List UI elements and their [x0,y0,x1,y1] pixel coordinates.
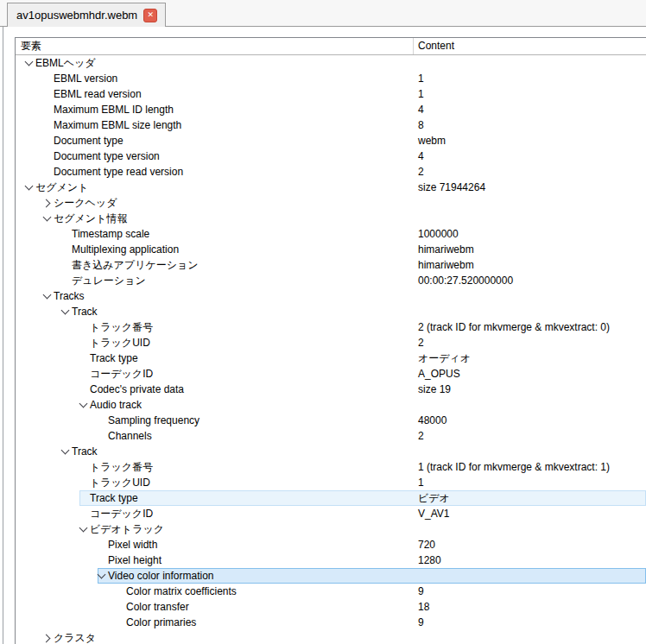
chevron-spacer [41,104,54,116]
content-cell: himariwebm [413,243,646,256]
tree-row[interactable]: Color primaries9 [16,615,646,630]
tree-row[interactable]: Document type version4 [16,148,646,164]
tree-row[interactable]: セグメントsize 71944264 [16,180,646,195]
chevron-down-icon[interactable] [78,523,90,535]
element-label: コーデックID [90,507,153,521]
tree-row[interactable]: Pixel width720 [16,537,646,552]
tree-row[interactable]: トラック番号1 (track ID for mkvmerge & mkvextr… [16,459,646,475]
tree-row[interactable]: コーデックIDV_AV1 [16,506,646,521]
element-label: ビデオトラック [90,522,164,537]
element-label: Codec's private data [90,383,184,395]
element-label: Video color information [108,570,214,582]
element-label: EBML version [54,73,117,85]
element-label: EBML read version [54,88,142,100]
column-header-element[interactable]: 要素 [16,38,413,54]
tree-row[interactable]: Track typeビデオ [16,490,646,506]
tree-row[interactable]: Track typeオーディオ [16,350,646,366]
tree-row[interactable]: Maximum EBML size length8 [16,117,646,133]
close-icon[interactable]: ✕ [143,9,157,22]
chevron-down-icon[interactable] [60,445,72,458]
tree-row[interactable]: 書き込みアプリケーションhimariwebm [16,257,646,273]
tree-row[interactable]: Pixel height1280 [16,552,646,568]
tree-row[interactable]: コーデックIDA_OPUS [16,366,646,382]
element-cell: Track [16,445,413,458]
tree-row[interactable]: トラックUID1 [16,475,646,490]
tab-av1opuswebmhdr[interactable]: av1opuswebmhdr.webm ✕ [7,3,166,27]
chevron-down-icon[interactable] [41,212,54,224]
tree-row[interactable]: EBML version1 [16,71,646,86]
element-label: Channels [108,430,152,442]
chevron-down-icon[interactable] [23,57,35,69]
element-cell: セグメント [16,180,413,195]
chevron-spacer [96,414,108,426]
tree-row[interactable]: Color matrix coefficients9 [16,584,646,599]
element-cell: セグメント情報 [16,212,413,226]
tree-row[interactable]: シークヘッダ [16,195,646,211]
element-cell: Sampling frequency [16,414,413,426]
tree-row[interactable]: Codec's private datasize 19 [16,382,646,397]
tree-row[interactable]: Track [16,304,646,319]
tree-row[interactable]: EBML read version1 [16,86,646,102]
tree-row[interactable]: Document typewebm [16,133,646,148]
element-label: セグメント [35,180,88,195]
column-header-content[interactable]: Content [413,38,646,54]
chevron-down-icon[interactable] [96,570,108,582]
tree-row[interactable]: EBMLヘッダ [16,55,646,71]
content-cell: 2 [413,430,646,442]
tree-row[interactable]: セグメント情報 [16,211,646,226]
chevron-down-icon[interactable] [60,306,72,318]
tree-row[interactable]: Channels2 [16,428,646,444]
element-cell: Maximum EBML size length [16,119,413,131]
element-label: デュレーション [72,274,146,288]
tree-row[interactable]: Document type read version2 [16,164,646,180]
chevron-spacer [78,461,90,473]
element-label: Track type [90,492,138,504]
tree-row[interactable]: Timestamp scale1000000 [16,226,646,242]
element-cell: Color primaries [16,616,413,628]
element-cell: Color matrix coefficients [16,585,413,597]
element-label: Track [72,306,98,318]
content-cell: 1 [413,477,646,489]
tree-row[interactable]: Tracks [16,288,646,304]
element-label: セグメント情報 [54,212,127,226]
element-cell: Channels [16,430,413,442]
content-cell: 1 [413,88,646,100]
chevron-down-icon[interactable] [23,181,35,193]
chevron-right-icon[interactable] [41,197,54,209]
tree-row[interactable]: Track [16,444,646,459]
content-cell: size 19 [413,383,646,395]
element-label: Pixel height [108,554,162,566]
element-label: 書き込みアプリケーション [72,258,199,273]
element-cell: Pixel height [16,554,413,566]
element-cell: EBML version [16,73,413,85]
tree-row[interactable]: Multiplexing applicationhimariwebm [16,242,646,257]
chevron-down-icon[interactable] [41,290,54,302]
element-cell: デュレーション [16,274,413,288]
element-cell: トラック番号 [16,460,413,475]
tree-row[interactable]: トラック番号2 (track ID for mkvmerge & mkvextr… [16,319,646,335]
element-cell: シークヘッダ [16,196,413,211]
tree-row[interactable]: Maximum EBML ID length4 [16,102,646,117]
tree-row[interactable]: デュレーション00:00:27.520000000 [16,273,646,288]
tab-bar: av1opuswebmhdr.webm ✕ [0,0,646,27]
chevron-spacer [41,73,54,85]
tree-row[interactable]: クラスタ [16,630,646,644]
tree-row[interactable]: Audio track [16,397,646,413]
content-cell: 1 (track ID for mkvmerge & mkvextract: 1… [413,461,646,473]
element-tree: 要素 Content EBMLヘッダEBML version1EBML read… [15,37,646,644]
content-cell: 1280 [413,554,646,566]
tree-row[interactable]: Color transfer18 [16,599,646,615]
element-label: トラックUID [90,476,150,490]
tree-row[interactable]: ビデオトラック [16,521,646,537]
tree-row[interactable]: Sampling frequency48000 [16,413,646,428]
element-label: トラック番号 [90,460,153,475]
tree-row[interactable]: トラックUID2 [16,335,646,350]
element-label: Sampling frequency [108,414,200,426]
element-cell: Video color information [16,570,413,582]
content-cell: 48000 [413,414,646,426]
chevron-down-icon[interactable] [78,399,90,411]
chevron-right-icon[interactable] [41,632,54,644]
tree-row[interactable]: Video color information [16,568,646,584]
element-label: Maximum EBML ID length [54,104,174,116]
chevron-spacer [96,554,108,566]
